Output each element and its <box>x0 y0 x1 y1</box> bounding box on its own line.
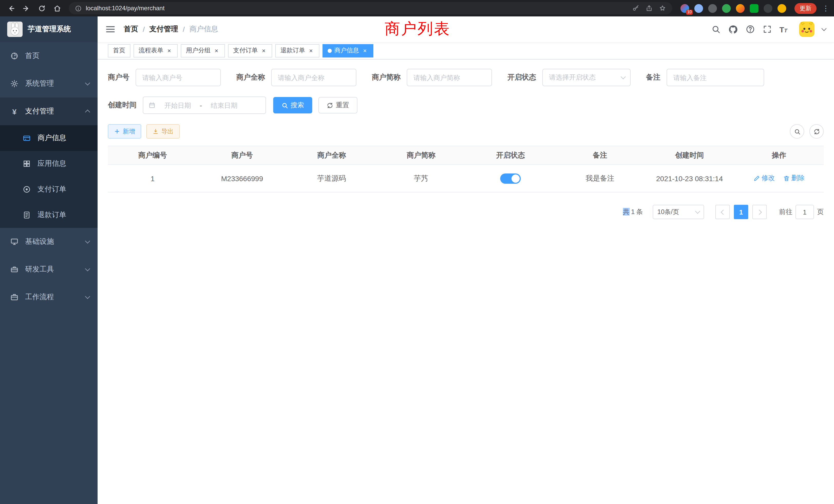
tab-process-form[interactable]: 流程表单 × <box>133 44 178 57</box>
tab-refund-order[interactable]: 退款订单 × <box>275 44 320 57</box>
col-status: 开启状态 <box>466 146 555 164</box>
extension-icon[interactable]: 10 <box>680 4 689 13</box>
sidebar-item-infra[interactable]: 基础设施 <box>0 228 97 256</box>
date-end-input[interactable] <box>205 101 243 109</box>
sidebar-item-home[interactable]: 首页 <box>0 42 97 70</box>
search-icon[interactable] <box>711 25 720 34</box>
extension-icon[interactable] <box>736 4 745 13</box>
home-icon[interactable] <box>50 2 64 15</box>
info-icon[interactable] <box>75 5 82 12</box>
breadcrumb-separator: / <box>143 25 145 33</box>
sidebar-item-label: 研发工具 <box>25 265 86 274</box>
sidebar-item-system[interactable]: 系统管理 <box>0 70 97 97</box>
extension-icon[interactable] <box>777 4 786 13</box>
full-name-input[interactable] <box>271 69 356 86</box>
edit-link[interactable]: 修改 <box>753 174 775 183</box>
tab-label: 流程表单 <box>139 46 163 55</box>
help-icon[interactable] <box>745 25 755 34</box>
reset-button[interactable]: 重置 <box>319 97 357 113</box>
close-icon[interactable]: × <box>308 47 314 54</box>
date-start-input[interactable] <box>159 101 197 109</box>
delete-link[interactable]: 删除 <box>783 174 805 183</box>
search-button[interactable]: 搜索 <box>273 97 312 113</box>
extension-icon[interactable] <box>722 4 731 13</box>
extension-icon[interactable] <box>708 4 717 13</box>
tab-merchant-info[interactable]: 商户信息 × <box>323 44 373 57</box>
sidebar-item-label: 应用信息 <box>38 159 90 168</box>
goto-label: 前往 <box>779 207 792 216</box>
extension-icons: 10 <box>677 4 789 13</box>
user-avatar[interactable] <box>799 22 814 37</box>
sidebar-item-label: 商户信息 <box>38 134 90 143</box>
sidebar-item-workflow[interactable]: 工作流程 <box>0 283 97 311</box>
sidebar-item-refund-order[interactable]: 退款订单 <box>0 202 97 228</box>
close-icon[interactable]: × <box>213 47 220 54</box>
browser-update-button[interactable]: 更新 <box>794 3 816 14</box>
breadcrumb-home[interactable]: 首页 <box>124 25 138 34</box>
monitor-icon <box>10 238 19 246</box>
page-size-value: 10条/页 <box>657 208 679 216</box>
col-merchant-no: 商户号 <box>197 146 287 164</box>
col-actions: 操作 <box>734 146 824 164</box>
sidebar-item-payment[interactable]: ¥ 支付管理 <box>0 97 97 125</box>
sidebar-item-devtools[interactable]: 研发工具 <box>0 256 97 283</box>
prev-page-button[interactable] <box>716 205 730 219</box>
col-create-time: 创建时间 <box>645 146 734 164</box>
url-text[interactable]: localhost:1024/pay/merchant <box>86 5 628 12</box>
sidebar-item-app-info[interactable]: 应用信息 <box>0 151 97 177</box>
extension-icon[interactable] <box>694 4 703 13</box>
gear-icon <box>10 79 19 88</box>
tab-pay-order[interactable]: 支付订单 × <box>228 44 272 57</box>
sidebar-item-merchant-info[interactable]: 商户信息 <box>0 125 97 151</box>
close-icon[interactable]: × <box>361 47 368 54</box>
close-icon[interactable]: × <box>260 47 267 54</box>
breadcrumb-separator: / <box>183 25 185 33</box>
tab-user-group[interactable]: 用户分组 × <box>181 44 225 57</box>
reload-icon[interactable] <box>35 2 48 15</box>
short-name-input[interactable] <box>407 69 492 86</box>
breadcrumb-payment[interactable]: 支付管理 <box>150 25 178 34</box>
sidebar-item-label: 退款订单 <box>38 210 90 220</box>
chevron-down-icon <box>86 296 89 298</box>
back-icon[interactable] <box>4 2 18 15</box>
refresh-icon-button[interactable] <box>809 124 824 139</box>
pagination-total: 共1条 <box>623 207 644 216</box>
export-button[interactable]: 导出 <box>146 124 180 139</box>
goto-page-input[interactable] <box>795 205 814 219</box>
status-toggle[interactable] <box>500 173 521 183</box>
tab-home[interactable]: 首页 <box>108 44 130 57</box>
extension-icon[interactable] <box>750 4 759 13</box>
browser-menu-icon[interactable]: ⋮ <box>822 4 830 12</box>
sidebar-item-pay-order[interactable]: 支付订单 <box>0 177 97 202</box>
date-separator: - <box>200 101 202 109</box>
add-button[interactable]: 新增 <box>108 124 141 139</box>
address-bar[interactable]: localhost:1024/pay/merchant <box>69 2 672 14</box>
status-select[interactable]: 请选择开启状态 <box>542 69 631 86</box>
share-icon[interactable] <box>645 5 653 12</box>
avatar-caret-icon[interactable] <box>822 28 826 30</box>
tab-label: 用户分组 <box>186 46 211 55</box>
merchant-no-input[interactable] <box>136 69 221 86</box>
date-range-picker[interactable]: - <box>143 96 266 114</box>
page-size-select[interactable]: 10条/页 <box>653 205 704 219</box>
page-1-button[interactable]: 1 <box>734 205 748 219</box>
font-size-icon[interactable]: TT <box>779 25 787 33</box>
app-logo[interactable]: 芋道管理系统 <box>0 17 97 42</box>
hamburger-icon[interactable] <box>105 24 115 35</box>
page-unit-label: 页 <box>817 207 824 216</box>
toggle-search-icon-button[interactable] <box>790 124 804 139</box>
extension-icon[interactable] <box>764 4 772 13</box>
close-icon[interactable]: × <box>166 47 173 54</box>
tab-label: 退款订单 <box>280 46 305 55</box>
github-icon[interactable] <box>728 24 738 34</box>
fullscreen-icon[interactable] <box>762 25 772 34</box>
remark-input[interactable] <box>666 69 764 86</box>
key-icon[interactable] <box>632 5 639 12</box>
cell-full-name: 芋道源码 <box>287 164 376 192</box>
bookmark-star-icon[interactable] <box>659 5 666 12</box>
col-full-name: 商户全称 <box>287 146 376 164</box>
app-title: 芋道管理系统 <box>28 25 71 34</box>
cell-actions: 修改 删除 <box>734 164 824 192</box>
forward-icon[interactable] <box>20 2 33 15</box>
next-page-button[interactable] <box>752 205 767 219</box>
